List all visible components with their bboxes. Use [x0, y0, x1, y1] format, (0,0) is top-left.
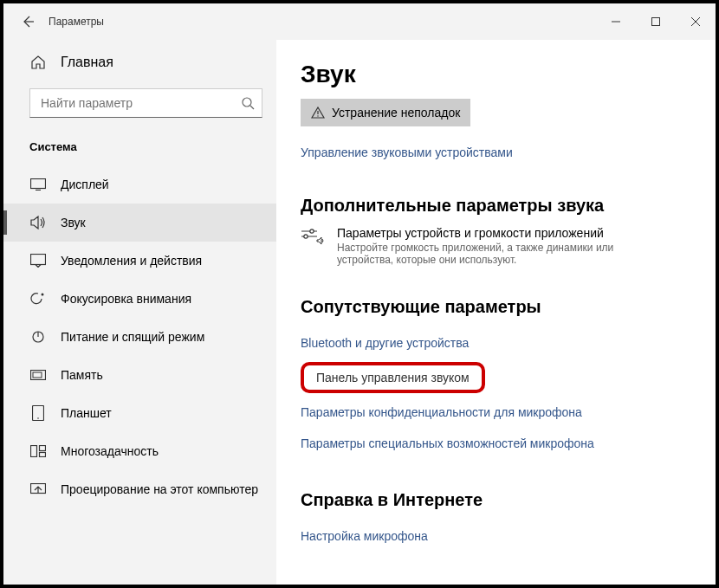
svg-rect-3 — [31, 255, 46, 265]
related-bluetooth[interactable]: Bluetooth и другие устройства — [301, 327, 681, 359]
close-button[interactable] — [676, 3, 716, 40]
maximize-button[interactable] — [636, 3, 676, 40]
multitasking-icon — [29, 443, 47, 460]
nav-storage[interactable]: Память — [3, 356, 276, 394]
section-help: Справка в Интернете — [301, 490, 681, 510]
app-volume-row[interactable]: Параметры устройств и громкости приложен… — [301, 226, 681, 266]
related-mic-accessibility[interactable]: Параметры специальных возможностей микро… — [301, 428, 681, 459]
window-body: Главная Система Дисплей З — [3, 40, 716, 585]
search-input[interactable] — [39, 95, 241, 111]
svg-point-9 — [37, 417, 39, 419]
window-title: Параметры — [49, 16, 104, 28]
troubleshoot-button[interactable]: Устранение неполадок — [301, 99, 470, 126]
notification-icon — [29, 252, 47, 269]
settings-window: Параметры Главная — [0, 0, 719, 588]
content-area: Звук Устранение неполадок Управление зву… — [276, 40, 716, 585]
back-button[interactable] — [10, 3, 45, 40]
nav-item-label: Питание и спящий режим — [61, 330, 204, 344]
nav-item-label: Проецирование на этот компьютер — [61, 482, 258, 496]
nav-focus-assist[interactable]: Фокусировка внимания — [3, 280, 276, 318]
nav-item-label: Уведомления и действия — [61, 254, 202, 268]
svg-rect-12 — [40, 453, 46, 457]
sidebar: Главная Система Дисплей З — [3, 40, 276, 585]
svg-rect-0 — [652, 18, 660, 26]
minimize-icon — [612, 17, 620, 26]
sound-icon — [29, 214, 47, 231]
svg-rect-10 — [31, 446, 37, 457]
svg-point-1 — [243, 98, 251, 107]
nav-item-label: Планшет — [61, 406, 112, 420]
nav-multitasking[interactable]: Многозадачность — [3, 432, 276, 470]
nav-notifications[interactable]: Уведомления и действия — [3, 242, 276, 280]
nav-home[interactable]: Главная — [3, 45, 276, 80]
svg-rect-7 — [33, 372, 42, 378]
display-icon — [29, 176, 47, 193]
related-mic-privacy[interactable]: Параметры конфиденциальности для микрофо… — [301, 397, 681, 428]
related-sound-control-highlight: Панель управления звуком — [301, 359, 681, 397]
related-sound-control-panel[interactable]: Панель управления звуком — [301, 362, 485, 393]
nav-item-label: Фокусировка внимания — [61, 292, 191, 306]
search-box[interactable] — [29, 88, 262, 118]
nav-item-label: Память — [61, 368, 103, 382]
warning-icon — [311, 107, 325, 119]
nav-item-label: Дисплей — [61, 178, 109, 191]
tablet-icon — [29, 404, 47, 422]
svg-rect-2 — [31, 179, 46, 189]
page-title: Звук — [301, 61, 681, 88]
close-icon — [691, 17, 700, 26]
section-related: Сопутствующие параметры — [301, 297, 681, 317]
power-icon — [29, 328, 47, 346]
window-controls — [596, 3, 716, 40]
svg-rect-11 — [40, 446, 46, 451]
nav-item-label: Звук — [61, 216, 86, 229]
svg-point-15 — [310, 229, 314, 233]
arrow-left-icon — [21, 15, 35, 29]
nav-item-label: Многозадачность — [61, 444, 159, 458]
titlebar: Параметры — [3, 3, 716, 40]
nav-sound[interactable]: Звук — [3, 204, 276, 242]
svg-point-16 — [304, 235, 308, 238]
manage-devices-link[interactable]: Управление звуковыми устройствами — [301, 140, 681, 165]
maximize-icon — [651, 17, 660, 26]
app-volume-desc: Настройте громкость приложений, а также … — [337, 242, 649, 266]
home-icon — [29, 54, 47, 71]
nav-tablet[interactable]: Планшет — [3, 394, 276, 432]
section-advanced: Дополнительные параметры звука — [301, 196, 681, 216]
focus-icon — [29, 290, 47, 307]
nav-display[interactable]: Дисплей — [3, 165, 276, 204]
svg-point-4 — [42, 294, 44, 296]
nav-home-label: Главная — [61, 55, 113, 70]
sidebar-section-header: Система — [3, 133, 276, 165]
help-mic-setup[interactable]: Настройка микрофона — [301, 520, 681, 552]
minimize-button[interactable] — [596, 3, 636, 40]
nav-power[interactable]: Питание и спящий режим — [3, 318, 276, 356]
svg-point-14 — [317, 115, 318, 116]
projecting-icon — [29, 481, 47, 498]
nav-projecting[interactable]: Проецирование на этот компьютер — [3, 470, 276, 508]
sliders-icon — [301, 228, 325, 245]
storage-icon — [29, 366, 47, 384]
search-icon — [241, 96, 255, 110]
app-volume-title: Параметры устройств и громкости приложен… — [337, 226, 649, 240]
troubleshoot-label: Устранение неполадок — [332, 106, 460, 120]
